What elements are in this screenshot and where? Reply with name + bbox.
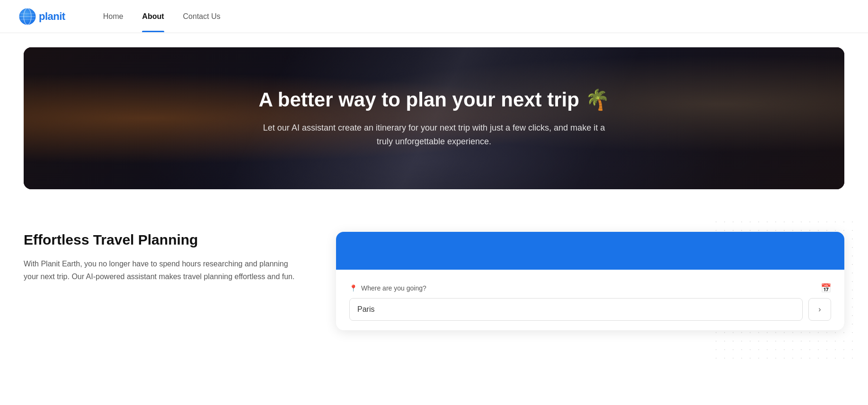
logo-globe-icon [19,8,36,25]
nav-item-contact: Contact Us [174,1,230,32]
card-input-row: › [349,298,831,321]
nav-link-contact[interactable]: Contact Us [174,1,230,32]
nav-link-home[interactable]: Home [94,1,133,32]
calendar-button[interactable]: › [808,298,831,321]
nav-item-home: Home [94,1,133,32]
hero-content: A better way to plan your next trip 🌴 Le… [24,47,844,189]
hero-banner: A better way to plan your next trip 🌴 Le… [24,47,844,189]
nav-links: Home About Contact Us [94,1,230,32]
chevron-right-icon: › [818,305,821,314]
logo-text: planit [39,10,65,23]
logo-link[interactable]: planit [19,8,65,25]
section-title: Effortless Travel Planning [24,232,298,248]
destination-input[interactable] [349,298,803,321]
card-blue-header [336,232,844,270]
card-destination-label: 📍 Where are you going? 📅 [349,283,831,293]
card-body: 📍 Where are you going? 📅 › [336,270,844,330]
right-column: 📍 Where are you going? 📅 › [336,232,844,336]
section-body: With Planit Earth, you no longer have to… [24,257,298,283]
nav-item-about: About [133,1,173,32]
below-hero-section: Effortless Travel Planning With Planit E… [0,203,868,355]
left-column: Effortless Travel Planning With Planit E… [24,232,298,283]
nav-link-about[interactable]: About [133,1,173,32]
calendar-icon: 📅 [821,283,831,293]
navbar: planit Home About Contact Us [0,0,868,33]
hero-subtitle: Let our AI assistant create an itinerary… [254,121,614,149]
hero-title: A better way to plan your next trip 🌴 [258,88,609,112]
travel-card-mockup: 📍 Where are you going? 📅 › [336,232,844,330]
pin-icon: 📍 [349,284,357,292]
